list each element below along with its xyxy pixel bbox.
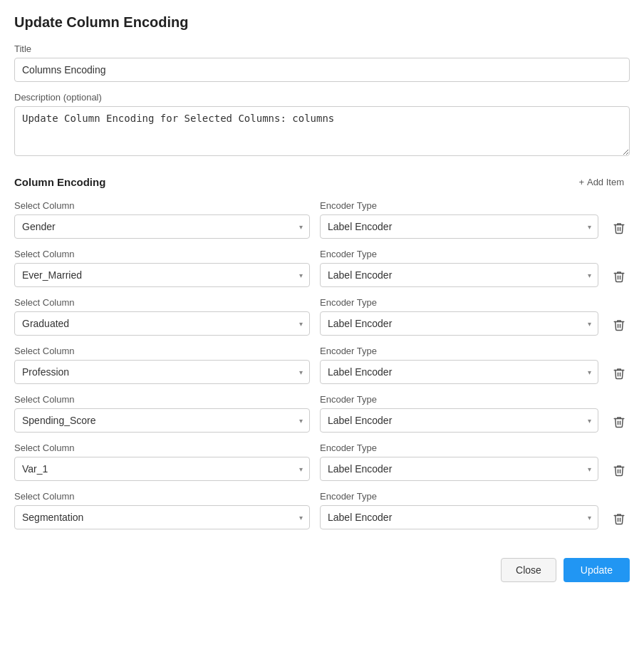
encoder-type-label: Encoder Type — [320, 346, 598, 356]
delete-row-button[interactable] — [608, 217, 630, 239]
encoder-select-wrapper: Label Encoder ▾ — [320, 457, 598, 481]
encoder-type-label: Encoder Type — [320, 394, 598, 405]
column-select-0[interactable]: Gender — [14, 214, 310, 239]
description-label: Description (optional) — [14, 92, 630, 103]
trash-icon — [613, 367, 625, 380]
column-select-wrapper: Ever_Married ▾ — [14, 263, 310, 287]
column-select-4[interactable]: Spending_Score — [14, 408, 310, 433]
encoding-rows-container: Select Column Gender ▾ Encoder Type Labe… — [14, 200, 630, 529]
table-row: Select Column Gender ▾ Encoder Type Labe… — [14, 200, 630, 239]
select-column-label: Select Column — [14, 443, 310, 453]
column-select-wrapper: Graduated ▾ — [14, 311, 310, 336]
trash-icon — [613, 464, 625, 477]
select-column-label: Select Column — [14, 249, 310, 259]
delete-row-button[interactable] — [608, 314, 630, 336]
encoder-type-label: Encoder Type — [320, 249, 598, 259]
trash-icon — [613, 222, 625, 234]
column-select-wrapper: Spending_Score ▾ — [14, 408, 310, 433]
encoder-select-4[interactable]: Label Encoder — [320, 408, 598, 433]
encoder-select-0[interactable]: Label Encoder — [320, 214, 598, 239]
encoder-select-wrapper: Label Encoder ▾ — [320, 263, 598, 287]
encoder-select-1[interactable]: Label Encoder — [320, 263, 598, 287]
trash-icon — [613, 512, 625, 525]
encoder-type-label: Encoder Type — [320, 443, 598, 453]
column-select-2[interactable]: Graduated — [14, 311, 310, 336]
trash-icon — [613, 270, 625, 283]
delete-row-button[interactable] — [608, 266, 630, 287]
select-column-label: Select Column — [14, 491, 310, 502]
table-row: Select Column Profession ▾ Encoder Type … — [14, 346, 630, 384]
column-select-wrapper: Gender ▾ — [14, 214, 310, 239]
section-title: Column Encoding — [14, 176, 105, 188]
column-select-1[interactable]: Ever_Married — [14, 263, 310, 287]
table-row: Select Column Ever_Married ▾ Encoder Typ… — [14, 249, 630, 287]
delete-row-button[interactable] — [608, 460, 630, 481]
select-column-label: Select Column — [14, 297, 310, 308]
trash-icon — [613, 415, 625, 428]
encoder-select-wrapper: Label Encoder ▾ — [320, 505, 598, 529]
column-select-6[interactable]: Segmentation — [14, 505, 310, 529]
encoder-select-wrapper: Label Encoder ▾ — [320, 214, 598, 239]
add-item-label: Add Item — [587, 177, 624, 187]
column-select-wrapper: Profession ▾ — [14, 360, 310, 384]
title-input[interactable] — [14, 58, 630, 82]
select-column-label: Select Column — [14, 200, 310, 211]
encoder-select-wrapper: Label Encoder ▾ — [320, 360, 598, 384]
delete-row-button[interactable] — [608, 411, 630, 433]
close-button[interactable]: Close — [501, 558, 556, 582]
page-title: Update Column Encoding — [14, 14, 630, 31]
add-item-button[interactable]: + Add Item — [573, 174, 630, 190]
encoder-select-wrapper: Label Encoder ▾ — [320, 408, 598, 433]
encoder-select-wrapper: Label Encoder ▾ — [320, 311, 598, 336]
table-row: Select Column Spending_Score ▾ Encoder T… — [14, 394, 630, 433]
column-select-5[interactable]: Var_1 — [14, 457, 310, 481]
update-button[interactable]: Update — [564, 558, 630, 582]
delete-row-button[interactable] — [608, 508, 630, 529]
encoder-type-label: Encoder Type — [320, 200, 598, 211]
column-select-3[interactable]: Profession — [14, 360, 310, 384]
encoder-select-3[interactable]: Label Encoder — [320, 360, 598, 384]
table-row: Select Column Var_1 ▾ Encoder Type Label… — [14, 443, 630, 481]
encoder-select-5[interactable]: Label Encoder — [320, 457, 598, 481]
encoder-select-6[interactable]: Label Encoder — [320, 505, 598, 529]
delete-row-button[interactable] — [608, 363, 630, 384]
table-row: Select Column Segmentation ▾ Encoder Typ… — [14, 491, 630, 529]
column-select-wrapper: Var_1 ▾ — [14, 457, 310, 481]
select-column-label: Select Column — [14, 346, 310, 356]
table-row: Select Column Graduated ▾ Encoder Type L… — [14, 297, 630, 336]
title-label: Title — [14, 43, 630, 54]
encoder-type-label: Encoder Type — [320, 491, 598, 502]
column-select-wrapper: Segmentation ▾ — [14, 505, 310, 529]
encoder-select-2[interactable]: Label Encoder — [320, 311, 598, 336]
trash-icon — [613, 319, 625, 331]
plus-icon: + — [578, 177, 584, 187]
encoder-type-label: Encoder Type — [320, 297, 598, 308]
select-column-label: Select Column — [14, 394, 310, 405]
description-textarea[interactable]: Update Column Encoding for Selected Colu… — [14, 106, 630, 156]
